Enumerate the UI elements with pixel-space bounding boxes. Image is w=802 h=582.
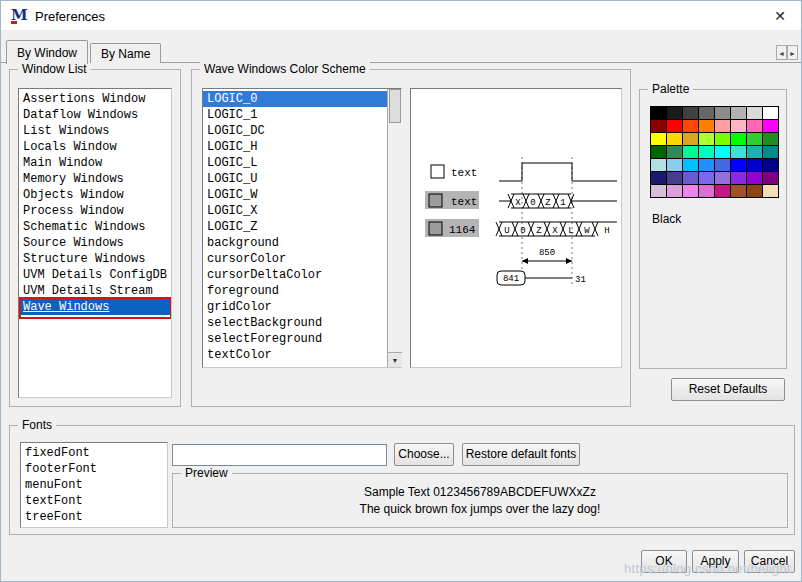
palette-swatch[interactable]: [715, 120, 730, 132]
color-scheme-item[interactable]: LOGIC_L: [203, 155, 401, 171]
palette-swatch[interactable]: [747, 146, 762, 158]
palette-swatch[interactable]: [731, 133, 746, 145]
font-list-item[interactable]: footerFont: [21, 461, 167, 477]
color-scheme-item[interactable]: LOGIC_H: [203, 139, 401, 155]
palette-swatch[interactable]: [683, 107, 698, 119]
palette-swatch[interactable]: [715, 172, 730, 184]
palette-swatch[interactable]: [731, 120, 746, 132]
color-scheme-item[interactable]: LOGIC_DC: [203, 123, 401, 139]
palette-swatch[interactable]: [683, 172, 698, 184]
scrollbar-thumb[interactable]: [389, 89, 401, 123]
palette-swatch[interactable]: [683, 120, 698, 132]
palette-swatch[interactable]: [731, 107, 746, 119]
palette-swatch[interactable]: [715, 133, 730, 145]
palette-swatch[interactable]: [731, 172, 746, 184]
palette-swatch[interactable]: [747, 185, 762, 197]
window-list-item[interactable]: Main Window: [19, 155, 171, 171]
font-list-item[interactable]: fixedFont: [21, 445, 167, 461]
color-scheme-item[interactable]: LOGIC_1: [203, 107, 401, 123]
scrollbar-down-icon[interactable]: ▼: [388, 352, 402, 367]
font-list-item[interactable]: textFont: [21, 493, 167, 509]
window-list-item[interactable]: List Windows: [19, 123, 171, 139]
palette-swatch[interactable]: [699, 120, 714, 132]
palette-swatch[interactable]: [763, 133, 778, 145]
window-list-item[interactable]: UVM Details Stream: [19, 283, 171, 299]
palette-swatch[interactable]: [667, 133, 682, 145]
palette-swatch[interactable]: [699, 146, 714, 158]
tab-scroll-left-icon[interactable]: ◄: [776, 45, 787, 60]
palette-swatch[interactable]: [763, 107, 778, 119]
palette-swatch[interactable]: [683, 133, 698, 145]
palette-swatch[interactable]: [683, 185, 698, 197]
window-list-item[interactable]: Source Windows: [19, 235, 171, 251]
palette-swatch[interactable]: [731, 185, 746, 197]
color-scheme-item[interactable]: selectForeground: [203, 331, 401, 347]
palette-swatch[interactable]: [651, 120, 666, 132]
window-list-item[interactable]: Memory Windows: [19, 171, 171, 187]
window-list-item[interactable]: Locals Window: [19, 139, 171, 155]
palette-swatch[interactable]: [651, 172, 666, 184]
palette-swatch[interactable]: [747, 159, 762, 171]
color-scheme-item[interactable]: gridColor: [203, 299, 401, 315]
color-scheme-item[interactable]: LOGIC_0: [203, 91, 401, 107]
window-list-item[interactable]: Structure Windows: [19, 251, 171, 267]
palette-swatch[interactable]: [699, 172, 714, 184]
palette-swatch[interactable]: [715, 185, 730, 197]
palette-swatch[interactable]: [763, 159, 778, 171]
font-name-input[interactable]: [172, 444, 387, 466]
palette-swatch[interactable]: [667, 172, 682, 184]
color-scheme-item[interactable]: LOGIC_W: [203, 187, 401, 203]
window-list-item[interactable]: UVM Details ConfigDB: [19, 267, 171, 283]
color-scheme-item[interactable]: foreground: [203, 283, 401, 299]
palette-swatch[interactable]: [763, 146, 778, 158]
window-list-item[interactable]: Dataflow Windows: [19, 107, 171, 123]
palette-swatch[interactable]: [731, 159, 746, 171]
choose-font-button[interactable]: Choose...: [394, 443, 454, 466]
cancel-button[interactable]: Cancel: [744, 550, 795, 573]
palette-swatch[interactable]: [699, 133, 714, 145]
color-scheme-item[interactable]: cursorColor: [203, 251, 401, 267]
palette-swatch[interactable]: [747, 120, 762, 132]
tab-scroll-right-icon[interactable]: ►: [787, 45, 798, 60]
palette-swatch[interactable]: [699, 107, 714, 119]
window-list-item[interactable]: Process Window: [19, 203, 171, 219]
font-list-item[interactable]: treeFont: [21, 509, 167, 525]
palette-swatch[interactable]: [731, 146, 746, 158]
palette-swatch[interactable]: [651, 107, 666, 119]
palette-swatch[interactable]: [747, 172, 762, 184]
palette-swatch[interactable]: [667, 107, 682, 119]
color-scheme-item[interactable]: textColor: [203, 347, 401, 363]
palette-swatch[interactable]: [699, 185, 714, 197]
palette-swatch[interactable]: [651, 146, 666, 158]
tab-by-window[interactable]: By Window: [6, 40, 88, 64]
color-scheme-item[interactable]: selectBackground: [203, 315, 401, 331]
palette-swatch[interactable]: [683, 146, 698, 158]
window-list-item[interactable]: Assertions Window: [19, 91, 171, 107]
tab-by-name[interactable]: By Name: [90, 43, 161, 63]
palette-swatch[interactable]: [763, 185, 778, 197]
palette-swatch[interactable]: [651, 159, 666, 171]
palette-swatch[interactable]: [667, 120, 682, 132]
color-scheme-item[interactable]: LOGIC_U: [203, 171, 401, 187]
apply-button[interactable]: Apply: [692, 550, 739, 573]
reset-defaults-button[interactable]: Reset Defaults: [671, 378, 785, 401]
palette-swatch[interactable]: [683, 159, 698, 171]
palette-swatch[interactable]: [763, 172, 778, 184]
close-icon[interactable]: ✕: [759, 1, 801, 31]
palette-swatch[interactable]: [699, 159, 714, 171]
palette-swatch[interactable]: [667, 159, 682, 171]
palette-swatch[interactable]: [651, 133, 666, 145]
window-list-item[interactable]: Objects Window: [19, 187, 171, 203]
palette-swatch[interactable]: [747, 107, 762, 119]
palette-swatch[interactable]: [715, 107, 730, 119]
color-scheme-item[interactable]: cursorDeltaColor: [203, 267, 401, 283]
palette-swatch[interactable]: [747, 133, 762, 145]
palette-swatch[interactable]: [651, 185, 666, 197]
color-scheme-item[interactable]: background: [203, 235, 401, 251]
restore-default-fonts-button[interactable]: Restore default fonts: [462, 443, 580, 466]
palette-swatch[interactable]: [715, 146, 730, 158]
ok-button[interactable]: OK: [641, 550, 687, 573]
font-list-item[interactable]: menuFont: [21, 477, 167, 493]
palette-swatch[interactable]: [667, 185, 682, 197]
palette-swatch[interactable]: [763, 120, 778, 132]
